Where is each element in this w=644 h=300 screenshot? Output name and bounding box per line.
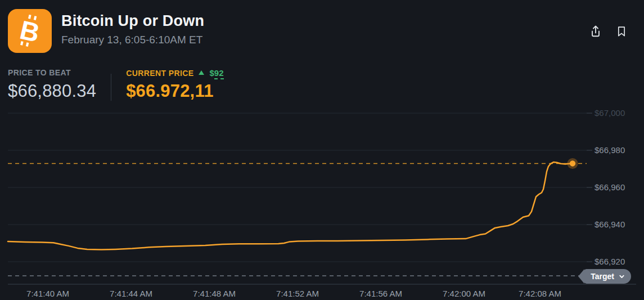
x-tick-label: 7:41:52 AM — [276, 289, 319, 298]
bookmark-button[interactable] — [614, 24, 629, 39]
x-tick-label: 7:41:56 AM — [359, 289, 402, 298]
y-tick-label: $66,960 — [595, 182, 625, 192]
x-tick-label: 7:41:44 AM — [110, 289, 152, 298]
header-actions — [588, 24, 629, 39]
price-summary: PRICE TO BEAT $66,880.34 CURRENT PRICE $… — [8, 68, 224, 101]
price-line — [8, 162, 573, 249]
market-timeframe: February 13, 6:05-6:10AM ET — [61, 34, 204, 46]
price-to-beat-block: PRICE TO BEAT $66,880.34 — [8, 68, 96, 101]
current-price-label: CURRENT PRICE — [126, 69, 193, 78]
market-header: B Bitcoin Up or Down February 13, 6:05-6… — [8, 9, 204, 53]
price-to-beat-label: PRICE TO BEAT — [8, 68, 96, 77]
page: B Bitcoin Up or Down February 13, 6:05-6… — [0, 0, 644, 300]
vertical-divider — [111, 74, 111, 101]
y-tick-label: $67,000 — [595, 108, 625, 118]
page-title: Bitcoin Up or Down — [61, 12, 204, 30]
title-block: Bitcoin Up or Down February 13, 6:05-6:1… — [61, 9, 204, 53]
price-chart: $67,000$66,980$66,960$66,940$66,9207:41:… — [0, 104, 644, 300]
chart-area: $67,000$66,980$66,960$66,940$66,9207:41:… — [0, 104, 644, 300]
share-button[interactable] — [588, 24, 604, 39]
x-tick-label: 7:41:48 AM — [193, 289, 236, 298]
y-tick-label: $66,980 — [595, 145, 625, 155]
y-tick-label: $66,940 — [595, 220, 625, 229]
chevron-down-icon — [618, 273, 625, 280]
bitcoin-logo: B — [8, 9, 52, 53]
bookmark-icon — [615, 24, 628, 39]
bitcoin-icon: B — [17, 16, 42, 46]
share-icon — [588, 24, 603, 39]
target-badge-label: Target — [591, 272, 614, 281]
x-tick-label: 7:42:08 AM — [519, 289, 561, 298]
y-tick-label: $66,920 — [595, 257, 625, 266]
current-price-block: CURRENT PRICE $92 $66.972,11 — [126, 68, 223, 101]
x-tick-label: 7:41:40 AM — [26, 289, 69, 298]
target-badge[interactable]: Target — [584, 269, 631, 284]
end-dot — [570, 160, 575, 166]
up-triangle-icon — [199, 70, 204, 75]
x-tick-label: 7:42:00 AM — [443, 289, 485, 298]
current-price-value: $66.972,11 — [126, 81, 223, 101]
price-to-beat-value: $66,880.34 — [8, 81, 96, 101]
price-change[interactable]: $92 — [209, 68, 223, 78]
